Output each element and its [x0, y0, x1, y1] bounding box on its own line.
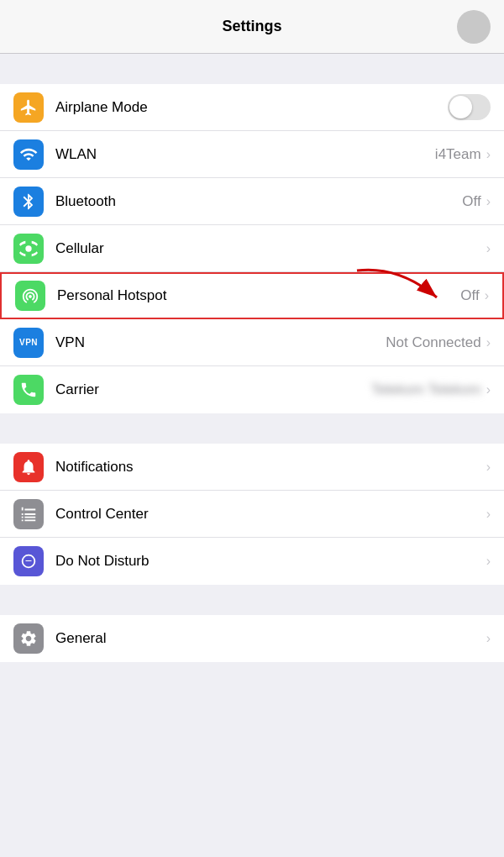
cellular-label: Cellular: [55, 240, 481, 257]
device-group: General ›: [0, 615, 504, 662]
bluetooth-icon: [19, 192, 38, 211]
vpn-label: VPN: [55, 334, 386, 351]
carrier-chevron: ›: [486, 382, 491, 397]
section-gap-bottom: [0, 585, 504, 615]
bluetooth-icon-wrap: [13, 187, 44, 217]
bluetooth-label: Bluetooth: [55, 193, 462, 210]
notifications-label: Notifications: [55, 459, 486, 476]
wlan-chevron: ›: [486, 147, 491, 162]
vpn-badge: VPN: [15, 336, 42, 349]
do-not-disturb-chevron: ›: [486, 554, 491, 569]
vpn-row[interactable]: VPN VPN Not Connected ›: [0, 319, 504, 366]
general-icon-wrap: [13, 623, 44, 654]
do-not-disturb-label: Do Not Disturb: [55, 553, 486, 570]
wlan-icon: [19, 145, 38, 164]
general-row[interactable]: General ›: [0, 615, 504, 662]
carrier-label: Carrier: [55, 381, 371, 398]
airplane-icon: [19, 98, 38, 117]
cellular-chevron: ›: [486, 241, 491, 256]
general-label: General: [55, 630, 486, 647]
carrier-value: Telekom Telekom: [371, 381, 481, 398]
wlan-row[interactable]: WLAN i4Team ›: [0, 131, 504, 178]
cellular-icon-wrap: [13, 234, 44, 264]
general-chevron: ›: [486, 631, 491, 646]
do-not-disturb-icon: [19, 552, 38, 570]
personal-hotspot-row[interactable]: Personal Hotspot Off ›: [0, 272, 504, 319]
personal-hotspot-value: Off: [460, 287, 479, 304]
do-not-disturb-row[interactable]: Do Not Disturb ›: [0, 538, 504, 585]
notifications-icon-wrap: [13, 452, 44, 482]
personal-hotspot-wrapper: Personal Hotspot Off ›: [0, 272, 504, 319]
control-center-chevron: ›: [486, 507, 491, 522]
section-gap-middle: [0, 413, 504, 444]
airplane-mode-label: Airplane Mode: [55, 99, 448, 116]
control-center-row[interactable]: Control Center ›: [0, 491, 504, 538]
avatar: [457, 10, 491, 44]
general-icon: [19, 629, 38, 648]
vpn-icon-wrap: VPN: [13, 328, 44, 358]
airplane-mode-row[interactable]: Airplane Mode: [0, 84, 504, 131]
wlan-icon-wrap: [13, 139, 44, 170]
carrier-icon: [19, 381, 38, 399]
airplane-mode-toggle[interactable]: [448, 94, 491, 120]
control-center-icon-wrap: [13, 499, 44, 529]
system-group: Notifications › Control Center › Do Not …: [0, 444, 504, 585]
bluetooth-chevron: ›: [486, 194, 491, 209]
header: Settings: [0, 0, 504, 54]
do-not-disturb-icon-wrap: [13, 546, 44, 576]
carrier-row[interactable]: Carrier Telekom Telekom ›: [0, 366, 504, 413]
control-center-icon: [19, 505, 38, 523]
section-gap-top: [0, 54, 504, 84]
bluetooth-row[interactable]: Bluetooth Off ›: [0, 178, 504, 225]
cellular-icon: [19, 239, 38, 258]
carrier-icon-wrap: [13, 375, 44, 405]
cellular-row[interactable]: Cellular ›: [0, 225, 504, 272]
header-title: Settings: [222, 18, 281, 35]
vpn-chevron: ›: [486, 335, 491, 350]
wlan-value: i4Team: [435, 146, 481, 163]
notifications-row[interactable]: Notifications ›: [0, 444, 504, 491]
hotspot-icon: [21, 287, 39, 305]
bluetooth-value: Off: [462, 193, 480, 210]
vpn-value: Not Connected: [386, 334, 480, 351]
hotspot-icon-wrap: [15, 281, 45, 311]
control-center-label: Control Center: [55, 506, 486, 523]
notifications-icon: [19, 458, 38, 476]
wlan-label: WLAN: [55, 146, 435, 163]
personal-hotspot-chevron: ›: [485, 288, 489, 303]
toggle-knob: [449, 96, 472, 118]
personal-hotspot-label: Personal Hotspot: [57, 287, 460, 304]
airplane-icon-wrap: [13, 92, 44, 123]
network-group: Airplane Mode WLAN i4Team › Bluetooth Of…: [0, 84, 504, 413]
notifications-chevron: ›: [486, 460, 491, 475]
